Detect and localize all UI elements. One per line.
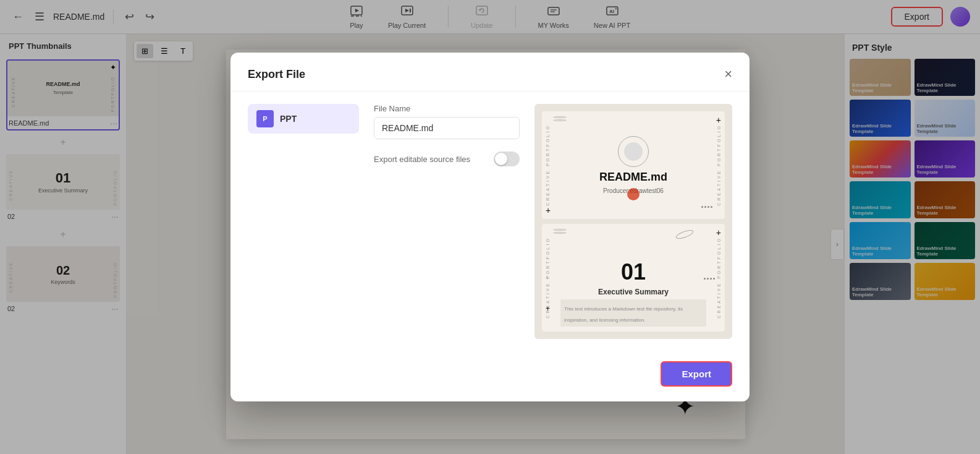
- file-name-label: File Name: [374, 104, 520, 113]
- export-modal-button[interactable]: Export: [661, 361, 732, 387]
- modal-settings-section: File Name Export editable source files: [374, 104, 520, 339]
- modal-close-button[interactable]: ×: [724, 67, 732, 81]
- file-name-input[interactable]: [374, 117, 520, 139]
- modal-header: Export File ×: [230, 53, 750, 92]
- modal-title: Export File: [248, 68, 305, 81]
- export-editable-toggle[interactable]: [494, 152, 520, 166]
- preview-num: 01: [621, 259, 646, 285]
- ppt-format-icon: P: [256, 110, 274, 127]
- preview-small-text: This text introduces a Markdown test fil…: [564, 306, 683, 323]
- modal-format-section: P PPT: [248, 104, 359, 339]
- preview-slide-2: CREATIVE PORTFOLIO CREATIVE PORTFOLIO + …: [542, 224, 725, 332]
- toggle-row: Export editable source files: [374, 152, 520, 166]
- modal-body: P PPT File Name Export editable source f…: [230, 92, 750, 351]
- export-modal: Export File × P PPT File Name Export edi…: [230, 53, 750, 401]
- preview-vtext-right-1: CREATIVE PORTFOLIO: [717, 124, 721, 206]
- toggle-knob: [495, 153, 507, 165]
- modal-preview-section: CREATIVE PORTFOLIO CREATIVE PORTFOLIO + …: [534, 104, 732, 339]
- export-editable-label: Export editable source files: [374, 155, 470, 164]
- preview-vtext-right-2: CREATIVE PORTFOLIO: [717, 237, 721, 319]
- preview-num-label: Executive Summary: [598, 288, 669, 296]
- ppt-icon-letter: P: [263, 115, 267, 122]
- preview-title-1: README.md: [599, 171, 667, 184]
- preview-slide-1: CREATIVE PORTFOLIO CREATIVE PORTFOLIO + …: [542, 111, 725, 219]
- ppt-format-label: PPT: [280, 114, 297, 124]
- modal-footer: Export: [230, 351, 750, 401]
- ppt-format-option[interactable]: P PPT: [248, 104, 359, 134]
- preview-area: CREATIVE PORTFOLIO CREATIVE PORTFOLIO + …: [534, 104, 732, 339]
- preview-vtext-left-1: CREATIVE PORTFOLIO: [546, 124, 550, 206]
- modal-overlay[interactable]: Export File × P PPT File Name Export edi…: [0, 0, 980, 454]
